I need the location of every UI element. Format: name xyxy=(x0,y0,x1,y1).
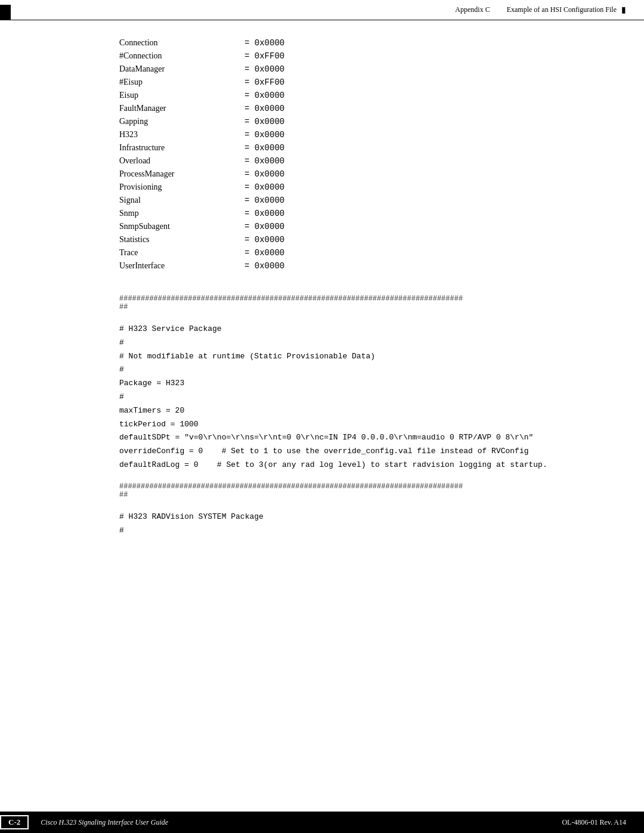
code-line: # xyxy=(119,337,549,349)
header-bar: Appendix C Example of an HSI Configurati… xyxy=(0,0,644,20)
config-row: UserInterface= 0x0000 xyxy=(119,261,549,271)
config-key: UserInterface xyxy=(119,261,239,271)
footer-tab-label: C-2 xyxy=(0,815,29,829)
code-separator: ########################################… xyxy=(119,295,549,311)
config-value: = 0x0000 xyxy=(244,143,284,153)
config-key: Eisup xyxy=(119,91,239,100)
config-key: DataManager xyxy=(119,64,239,74)
code-line: # xyxy=(119,364,549,376)
config-key: Snmp xyxy=(119,209,239,218)
config-key: H323 xyxy=(119,130,239,140)
header-divider xyxy=(495,5,502,14)
config-row: Signal= 0x0000 xyxy=(119,196,549,205)
config-row: Connection= 0x0000 xyxy=(119,38,549,48)
config-row: Eisup= 0x0000 xyxy=(119,91,549,100)
config-key: Overload xyxy=(119,156,239,166)
code-line: Package = H323 xyxy=(119,377,549,390)
config-row: ProcessManager= 0x0000 xyxy=(119,169,549,179)
config-value: = 0x0000 xyxy=(244,38,284,48)
config-row: Overload= 0x0000 xyxy=(119,156,549,166)
config-value: = 0x0000 xyxy=(244,104,284,113)
config-row: Infrastructure= 0x0000 xyxy=(119,143,549,153)
config-value: = 0x0000 xyxy=(244,169,284,179)
config-row: H323= 0x0000 xyxy=(119,130,549,140)
config-value: = 0x0000 xyxy=(244,182,284,192)
code-line: tickPeriod = 1000 xyxy=(119,419,549,431)
config-value: = 0x0000 xyxy=(244,222,284,231)
main-content: Connection= 0x0000#Connection= 0xFF00Dat… xyxy=(0,20,644,586)
code-blocks-container: ########################################… xyxy=(119,295,549,537)
code-line: # H323 RADVision SYSTEM Package xyxy=(119,511,549,524)
footer-left: C-2 Cisco H.323 Signaling Interface User… xyxy=(0,815,168,829)
config-key: ProcessManager xyxy=(119,169,239,179)
config-value: = 0x0000 xyxy=(244,91,284,100)
config-row: DataManager= 0x0000 xyxy=(119,64,549,74)
config-value: = 0x0000 xyxy=(244,64,284,74)
config-key: FaultManager xyxy=(119,104,239,113)
config-key: Infrastructure xyxy=(119,143,239,153)
config-row: #Eisup= 0xFF00 xyxy=(119,78,549,87)
config-row: Provisioning= 0x0000 xyxy=(119,182,549,192)
header-appendix: Appendix C xyxy=(455,5,490,14)
config-row: Statistics= 0x0000 xyxy=(119,235,549,244)
config-key: #Eisup xyxy=(119,78,239,87)
config-key: #Connection xyxy=(119,51,239,61)
config-value: = 0xFF00 xyxy=(244,51,284,61)
config-value: = 0x0000 xyxy=(244,261,284,271)
config-value: = 0x0000 xyxy=(244,196,284,205)
code-line: # H323 Service Package xyxy=(119,323,549,336)
code-line: overrideConfig = 0 # Set to 1 to use the… xyxy=(119,445,549,458)
code-section: # H323 Service Package## Not modifiable … xyxy=(119,323,549,472)
config-row: Snmp= 0x0000 xyxy=(119,209,549,218)
code-line: # xyxy=(119,391,549,404)
config-key: SnmpSubagent xyxy=(119,222,239,231)
config-row: Gapping= 0x0000 xyxy=(119,117,549,126)
code-separator: ########################################… xyxy=(119,482,549,499)
config-value: = 0x0000 xyxy=(244,209,284,218)
code-section: # H323 RADVision SYSTEM Package# xyxy=(119,511,549,537)
config-key: Statistics xyxy=(119,235,239,244)
config-value: = 0x0000 xyxy=(244,248,284,258)
footer-doc-number: OL-4806-01 Rev. A14 xyxy=(562,818,626,827)
config-value: = 0x0000 xyxy=(244,235,284,244)
page-wrapper: Appendix C Example of an HSI Configurati… xyxy=(0,0,644,833)
code-line: # xyxy=(119,525,549,537)
code-line: # Not modifiable at runtime (Static Prov… xyxy=(119,351,549,363)
header-left-mark xyxy=(0,5,11,20)
config-row: FaultManager= 0x0000 xyxy=(119,104,549,113)
footer-doc-title: Cisco H.323 Signaling Interface User Gui… xyxy=(41,818,168,827)
footer-bar: C-2 Cisco H.323 Signaling Interface User… xyxy=(0,812,644,833)
config-key: Signal xyxy=(119,196,239,205)
config-value: = 0x0000 xyxy=(244,117,284,126)
config-value: = 0x0000 xyxy=(244,130,284,140)
config-value: = 0xFF00 xyxy=(244,78,284,87)
config-key: Trace xyxy=(119,248,239,258)
code-line: maxTimers = 20 xyxy=(119,405,549,417)
config-key: Gapping xyxy=(119,117,239,126)
header-end-mark: ▮ xyxy=(621,5,626,15)
config-row: Trace= 0x0000 xyxy=(119,248,549,258)
header-title: Example of an HSI Configuration File xyxy=(507,5,617,14)
config-row: #Connection= 0xFF00 xyxy=(119,51,549,61)
config-key: Connection xyxy=(119,38,239,48)
config-row: SnmpSubagent= 0x0000 xyxy=(119,222,549,231)
code-line: defaultSDPt = "v=0\r\no=\r\ns=\r\nt=0 0\… xyxy=(119,432,549,444)
code-line: defaultRadLog = 0 # Set to 3(or any rad … xyxy=(119,459,549,472)
config-key: Provisioning xyxy=(119,182,239,192)
config-table: Connection= 0x0000#Connection= 0xFF00Dat… xyxy=(119,38,549,271)
config-value: = 0x0000 xyxy=(244,156,284,166)
